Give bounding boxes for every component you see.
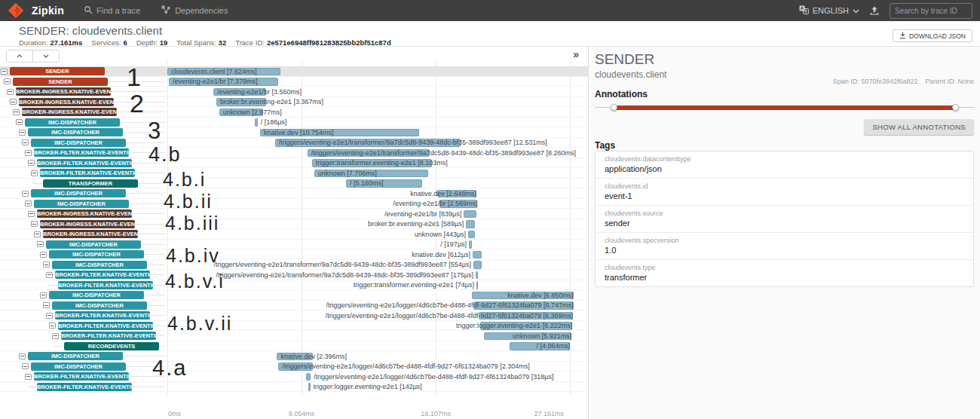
trace-row[interactable]: BROKER-FILTER.KNATIVE-EVENTINGtrigger:lo… <box>0 321 588 332</box>
trace-row[interactable]: IMC-DISPATCHER/ [197µs] <box>0 240 588 250</box>
trace-row[interactable]: BROKER-FILTER.KNATIVE-EVENTINGtrigger:tr… <box>0 158 588 169</box>
trace-row[interactable]: BROKER-INGRESS.KNATIVE-EVENTINGbroker:br… <box>0 219 588 230</box>
collapse-toggle-icon[interactable] <box>40 292 47 298</box>
nav-dependencies[interactable]: Dependencies <box>161 5 228 16</box>
span-bar[interactable] <box>466 220 475 228</box>
collapse-toggle-icon[interactable] <box>25 200 32 206</box>
search-by-trace-id-input[interactable] <box>890 3 972 19</box>
service-name-pill[interactable]: IMC-DISPATCHER <box>28 128 123 136</box>
nav-find-a-trace[interactable]: Find a trace <box>84 5 140 16</box>
trace-row[interactable]: BROKER-INGRESS.KNATIVE-EVENTINGunknown [… <box>0 107 588 118</box>
upload-trace-icon[interactable] <box>869 6 880 16</box>
collapse-toggle-icon[interactable] <box>19 130 26 136</box>
show-all-annotations-button[interactable]: SHOW ALL ANNOTATIONS <box>864 119 974 135</box>
collapse-toggle-icon[interactable] <box>10 99 17 105</box>
expand-all-button[interactable] <box>33 50 59 62</box>
service-name-pill[interactable]: BROKER-FILTER.KNATIVE-EVENTING <box>61 332 156 340</box>
trace-row[interactable]: IMC-DISPATCHERknative.dev [6.850ms] <box>0 290 588 301</box>
service-name-pill[interactable]: BROKER-FILTER.KNATIVE-EVENTING <box>40 169 135 177</box>
service-name-pill[interactable]: IMC-DISPATCHER <box>31 362 126 371</box>
collapse-toggle-icon[interactable] <box>31 170 38 176</box>
service-name-pill[interactable]: BROKER-INGRESS.KNATIVE-EVENTING <box>40 220 135 228</box>
service-name-pill[interactable]: BROKER-FILTER.KNATIVE-EVENTING <box>58 281 153 289</box>
span-bar[interactable] <box>473 251 482 259</box>
trace-row[interactable]: IMC-DISPATCHERknative.dev [2.648ms] <box>0 188 588 199</box>
span-bar[interactable] <box>469 240 472 249</box>
trace-row[interactable]: BROKER-FILTER.KNATIVE-EVENTINGtrigger:lo… <box>0 382 588 393</box>
service-name-pill[interactable]: IMC-DISPATCHER <box>49 250 144 258</box>
collapse-toggle-icon[interactable] <box>40 252 47 258</box>
collapse-toggle-icon[interactable] <box>22 139 29 145</box>
trace-row[interactable]: RECORDEVENTS/ [4.064ms] <box>0 341 588 352</box>
trace-row[interactable]: IMC-DISPATCHER/ [186µs] <box>0 118 588 128</box>
service-name-pill[interactable]: TRANSFORMER <box>43 179 138 188</box>
collapse-toggle-icon[interactable] <box>19 353 26 359</box>
service-name-pill[interactable]: IMC-DISPATCHER <box>31 139 126 147</box>
collapse-toggle-icon[interactable] <box>7 89 14 95</box>
trace-row[interactable]: BROKER-FILTER.KNATIVE-EVENTING/triggers/… <box>0 148 588 158</box>
collapse-toggle-icon[interactable] <box>46 272 53 278</box>
service-name-pill[interactable]: RECORDEVENTS <box>64 342 159 350</box>
span-bar[interactable] <box>468 231 475 239</box>
service-name-pill[interactable]: IMC-DISPATCHER <box>34 200 129 208</box>
service-name-pill[interactable]: BROKER-FILTER.KNATIVE-EVENTING <box>55 271 150 279</box>
service-name-pill[interactable]: BROKER-INGRESS.KNATIVE-EVENTING <box>22 108 117 116</box>
collapse-toggle-icon[interactable] <box>28 211 35 217</box>
trace-row[interactable]: SENDER/eventing-e2e1/br [7.379ms] <box>0 77 588 87</box>
collapse-toggle-icon[interactable] <box>43 261 50 268</box>
slider-range-bar[interactable] <box>614 106 955 110</box>
service-name-pill[interactable]: IMC-DISPATCHER <box>52 261 147 269</box>
service-name-pill[interactable]: BROKER-INGRESS.KNATIVE-EVENTING <box>43 230 138 238</box>
trace-row[interactable]: IMC-DISPATCHERknative.dev [10.754ms] <box>0 127 588 138</box>
service-name-pill[interactable]: IMC-DISPATCHER <box>46 240 141 249</box>
collapse-toggle-icon[interactable] <box>16 119 23 125</box>
collapse-toggle-icon[interactable] <box>22 363 29 369</box>
service-name-pill[interactable]: SENDER <box>13 78 108 86</box>
trace-row[interactable]: BROKER-INGRESS.KNATIVE-EVENTINGunknown [… <box>0 229 588 240</box>
collapse-toggle-icon[interactable] <box>31 221 38 227</box>
service-name-pill[interactable]: BROKER-FILTER.KNATIVE-EVENTING <box>34 148 129 157</box>
collapse-toggle-icon[interactable] <box>46 313 53 319</box>
trace-row[interactable]: IMC-DISPATCHERknative.dev [2.396ms] <box>0 351 588 362</box>
service-name-pill[interactable]: BROKER-INGRESS.KNATIVE-EVENTING <box>37 210 132 218</box>
collapse-toggle-icon[interactable] <box>25 374 32 380</box>
slider-end-knob[interactable] <box>952 104 959 111</box>
service-name-pill[interactable]: SENDER <box>10 67 105 75</box>
slider-start-knob[interactable] <box>611 104 617 111</box>
trace-row[interactable]: BROKER-INGRESS.KNATIVE-EVENTING/eventing… <box>0 87 588 97</box>
collapse-all-button[interactable] <box>7 50 33 62</box>
collapse-toggle-icon[interactable] <box>4 78 11 84</box>
trace-row[interactable]: BROKER-FILTER.KNATIVE-EVENTINGunknown [5… <box>0 331 588 341</box>
service-name-pill[interactable]: IMC-DISPATCHER <box>52 301 147 310</box>
trace-row[interactable]: TRANSFORMER/ [5.160ms] <box>0 179 588 189</box>
span-bar[interactable] <box>255 118 258 127</box>
span-bar[interactable] <box>306 373 311 381</box>
span-bar[interactable] <box>476 281 479 289</box>
collapse-toggle-icon[interactable] <box>43 302 50 308</box>
span-bar[interactable] <box>473 261 482 269</box>
trace-row[interactable]: BROKER-FILTER.KNATIVE-EVENTING/triggers/… <box>0 270 588 280</box>
service-name-pill[interactable]: IMC-DISPATCHER <box>49 291 144 299</box>
service-name-pill[interactable]: IMC-DISPATCHER <box>28 352 123 360</box>
trace-row[interactable]: IMC-DISPATCHER/triggers/eventing-e2e1/tr… <box>0 260 588 271</box>
trace-row[interactable]: BROKER-FILTER.KNATIVE-EVENTING/triggers/… <box>0 310 588 321</box>
trace-row[interactable]: BROKER-FILTER.KNATIVE-EVENTINGunknown [7… <box>0 168 588 179</box>
language-selector[interactable]: ENGLISH <box>799 5 859 16</box>
service-name-pill[interactable]: IMC-DISPATCHER <box>31 189 126 197</box>
trace-row[interactable]: BROKER-FILTER.KNATIVE-EVENTING/triggers/… <box>0 372 588 382</box>
span-bar[interactable] <box>308 383 311 391</box>
collapse-toggle-icon[interactable] <box>28 160 35 166</box>
trace-row[interactable]: SENDERcloudevents.client [7.624ms] <box>0 66 588 77</box>
span-bar[interactable] <box>476 271 478 280</box>
service-name-pill[interactable]: BROKER-FILTER.KNATIVE-EVENTING <box>55 311 150 320</box>
service-name-pill[interactable]: BROKER-FILTER.KNATIVE-EVENTING <box>37 159 132 167</box>
trace-row[interactable]: IMC-DISPATCHER/eventing-e2e1/br [2.569ms… <box>0 199 588 210</box>
trace-row[interactable]: BROKER-INGRESS.KNATIVE-EVENTING/eventing… <box>0 209 588 219</box>
collapse-toggle-icon[interactable] <box>34 231 41 237</box>
download-json-button[interactable]: DOWNLOAD JSON <box>893 29 972 42</box>
service-name-pill[interactable]: BROKER-FILTER.KNATIVE-EVENTING <box>58 322 153 330</box>
collapse-toggle-icon[interactable] <box>37 241 44 247</box>
collapse-toggle-icon[interactable] <box>25 150 32 156</box>
trace-row[interactable]: IMC-DISPATCHER/triggers/eventing-e2e1/lo… <box>0 362 588 372</box>
service-name-pill[interactable]: IMC-DISPATCHER <box>25 118 120 127</box>
